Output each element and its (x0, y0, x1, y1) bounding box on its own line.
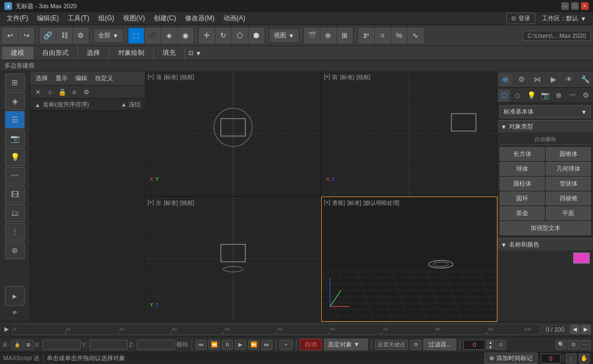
layer-tool[interactable]: 🗂 (5, 204, 25, 222)
viewport-perspective-mode[interactable]: [标准] (347, 199, 361, 207)
viewport-front-mode[interactable]: [标准] (340, 74, 354, 81)
video-tool[interactable]: 🎞 (5, 186, 25, 203)
viewport-left[interactable]: Y Z [+] 左 [标准] [线框] (146, 197, 321, 322)
display-tab-icon[interactable]: 👁 (563, 74, 575, 86)
viewport-perspective-shading[interactable]: [默认明暗处理] (363, 199, 400, 207)
viewport-left-mode[interactable]: [标准] (164, 199, 178, 207)
rect-select-tool[interactable]: ⬛ (145, 28, 160, 43)
viewport-top-name[interactable]: 顶 (156, 74, 161, 81)
undo-button[interactable]: ↩ (2, 28, 18, 43)
snap-tool[interactable]: ⊞ (337, 28, 353, 43)
settings-icon-btn[interactable]: ⚙ (568, 340, 579, 350)
cylinder-button[interactable]: 圆柱体 (500, 177, 545, 191)
select-all-dropdown[interactable]: 全部 ▼ (94, 30, 122, 42)
scene-menu-select[interactable]: 选择 (32, 73, 51, 83)
rotate-tool[interactable]: ↻ (216, 28, 231, 43)
menu-file[interactable]: 文件(F) (2, 13, 32, 24)
add-time-button[interactable]: ⊕ 添加时间标记 (484, 352, 538, 364)
menu-group[interactable]: 组(G) (94, 13, 119, 24)
color-swatch[interactable] (573, 253, 590, 264)
viewport-front[interactable]: X Z [+] 前 [标准] [线框] (322, 71, 497, 196)
playback-pause[interactable]: ⏸ (222, 340, 233, 350)
title-bar-controls[interactable]: ─ □ ✕ (561, 2, 589, 10)
modify-tab-icon[interactable]: ⚙ (516, 74, 528, 86)
redo-button[interactable]: ↪ (19, 28, 34, 43)
viewport-front-shading[interactable]: [线框] (356, 74, 371, 81)
playback-end[interactable]: ⏭ (261, 340, 272, 350)
material-tool[interactable]: ◈ (5, 92, 25, 110)
menu-tools[interactable]: 工具(T) (63, 13, 93, 24)
menu-edit[interactable]: 编辑(E) (32, 13, 63, 24)
geosphere-button[interactable]: 几何球体 (546, 162, 591, 176)
bottom-move-icon[interactable]: ↕ (566, 354, 577, 363)
timeline-expand-btn[interactable]: ▶ (2, 326, 11, 333)
timeline-scroll-left[interactable]: ◀ (570, 324, 580, 334)
tab-selection[interactable]: 选择 (78, 47, 109, 59)
pyramid-button[interactable]: 四棱锥 (546, 192, 591, 205)
lights-icon[interactable]: 💡 (525, 89, 538, 102)
login-button[interactable]: ⊙ 登录 (506, 13, 535, 24)
filter-gear-icon[interactable]: ⚙ (81, 87, 92, 98)
close-button[interactable]: ✕ (581, 2, 589, 10)
tab-fill[interactable]: 填充 (154, 47, 185, 59)
hierarchy-tab-icon[interactable]: ⋈ (532, 74, 544, 86)
frame-down-btn[interactable]: ▼ (486, 345, 494, 349)
move-tool[interactable]: ✛ (199, 28, 215, 43)
torus-button[interactable]: 圆环 (500, 192, 545, 205)
scene-menu-edit[interactable]: 编辑 (72, 73, 91, 83)
viewport-perspective[interactable]: [+] 透视] [标准] [默认明暗处理] (322, 197, 497, 322)
filter-lock-icon[interactable]: 🔒 (57, 87, 68, 98)
box-button[interactable]: 长方体 (500, 147, 545, 161)
systems-icon[interactable]: ⚙ (580, 89, 592, 102)
plane-button[interactable]: 平面 (546, 206, 591, 220)
set-key-btn[interactable]: 设置关键点 (375, 340, 408, 350)
more-icon-btn[interactable]: ⋯ (580, 340, 591, 350)
scale-tool[interactable]: ⬡ (232, 28, 248, 43)
lasso-select-tool[interactable]: ◈ (161, 28, 177, 43)
bottom-pan-icon[interactable]: ✋ (579, 354, 590, 363)
search-icon-btn[interactable]: 🔍 (556, 340, 567, 350)
select-object-dropdown[interactable]: 选定对象 ▼ (324, 339, 368, 350)
enhanced-text-button[interactable]: 加强型文本 (500, 221, 591, 235)
auto-key-button[interactable]: 自动 (300, 339, 322, 350)
viewport-left-shading[interactable]: [线框] (180, 199, 194, 207)
viewport-perspective-plus[interactable]: [+] (324, 199, 330, 207)
create-tab-icon[interactable]: ⊕ (500, 74, 512, 86)
cameras-icon[interactable]: 📷 (539, 89, 551, 102)
xref-tool[interactable]: ⊛ (5, 242, 25, 259)
maximize-button[interactable]: □ (571, 2, 579, 10)
view-mode-dropdown[interactable]: 视图 ▼ (270, 30, 298, 42)
filter-funnel-icon[interactable]: ⊹ (44, 87, 55, 98)
scene-menu-customize[interactable]: 自定义 (92, 73, 116, 83)
viewport-top[interactable]: X Y [+] 顶 [标准] [线框] (146, 71, 321, 196)
minimize-button[interactable]: ─ (561, 2, 569, 10)
grid-btn[interactable]: ⌗ (375, 28, 390, 43)
menu-create[interactable]: 创建(C) (149, 13, 181, 24)
camera-tool[interactable]: 📷 (5, 130, 25, 147)
viewport-perspective-name[interactable]: 透视] (332, 199, 345, 207)
light-tool[interactable]: 💡 (5, 148, 25, 166)
spacewarps-icon[interactable]: 〰 (567, 89, 579, 102)
fill-options-dropdown[interactable]: ⊡ ▼ (185, 48, 205, 58)
bind-button[interactable]: ⚙ (73, 28, 88, 43)
paint-select-tool[interactable]: ◉ (178, 28, 193, 43)
shapes-icon[interactable]: ◇ (512, 89, 524, 102)
geometry-icon[interactable]: ⬡ (498, 89, 510, 102)
viewport-front-name[interactable]: 前 (332, 74, 338, 81)
viewport-top-shading[interactable]: [线框] (180, 74, 194, 81)
cursor-tool[interactable]: ⊕ (321, 28, 336, 43)
scene-explorer-tool[interactable]: ⊞ (5, 74, 25, 91)
wave-tool[interactable]: 〰 (5, 167, 25, 184)
teapot-button[interactable]: 茶壶 (500, 206, 545, 220)
filter-button[interactable]: 过滤器... (423, 339, 456, 350)
viewport-left-plus[interactable]: [+] (148, 199, 154, 207)
object-type-dropdown[interactable]: 标准基本体 ▼ (500, 105, 591, 118)
select-by-name-tool[interactable]: ☰ (5, 111, 25, 128)
bottom-frame-input[interactable] (541, 354, 561, 363)
eye-toggle[interactable]: 👁 (5, 307, 25, 318)
unlink-button[interactable]: ⛓ (57, 28, 72, 43)
lock-icon[interactable]: 🔒 (12, 340, 23, 350)
menu-view[interactable]: 视图(V) (119, 13, 149, 24)
timeline-ruler[interactable]: 0 10 20 30 40 50 60 70 80 90 100 (12, 324, 540, 335)
goto-frame-icon[interactable]: ⊙ (495, 340, 506, 350)
